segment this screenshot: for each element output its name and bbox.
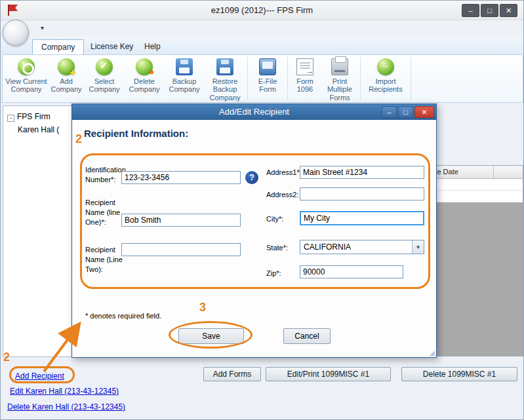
recipient-name-two-input[interactable] — [121, 243, 241, 256]
ribbon-separator — [287, 57, 288, 100]
edit-recipient-link[interactable]: Edit Karen Hall (213-43-12345) — [10, 387, 119, 396]
efile-icon — [259, 58, 276, 75]
edit-print-1099misc-button[interactable]: Edit/Print 1099MISC #1 — [266, 367, 391, 381]
restore-backup-company-button[interactable]: Restore Backup Company — [204, 56, 246, 102]
city-label: City*: — [266, 214, 283, 224]
app-window: ez1099 (2012)--- FPS Firm – □ ✕ ▾ Compan… — [0, 0, 524, 420]
ribbon-button-label: E-File Form — [249, 77, 286, 94]
ribbon-button-label: Delete Company — [124, 77, 165, 94]
tree-item-label: FPS Firm — [17, 112, 50, 121]
cancel-button[interactable]: Cancel — [283, 328, 331, 344]
add-company-button[interactable]: Add Company — [48, 56, 85, 102]
identification-number-label: Identification Number*: — [85, 165, 123, 185]
state-label: State*: — [266, 243, 288, 253]
ribbon-button-label: Restore Backup Company — [204, 77, 246, 102]
delete-1099misc-button[interactable]: Delete 1099MISC #1 — [401, 367, 517, 381]
minimize-button[interactable]: – — [462, 4, 479, 17]
ribbon-separator — [247, 57, 248, 100]
select-company-icon — [96, 58, 113, 75]
dialog-controls: – □ ✕ — [382, 106, 434, 118]
state-selected-value: CALIFORNIA — [304, 242, 351, 252]
delete-recipient-link[interactable]: Delete Karen Hall (213-43-12345) — [7, 402, 125, 411]
tab-company[interactable]: Company — [32, 39, 84, 54]
state-select[interactable]: CALIFORNIA ▾ — [300, 240, 424, 254]
grid-column-header — [494, 166, 523, 178]
qat-dropdown-icon[interactable]: ▾ — [41, 24, 44, 31]
delete-company-button[interactable]: Delete Company — [124, 56, 165, 102]
annotation-step-3: 3 — [199, 301, 206, 315]
print-multiple-forms-button[interactable]: Print Multiple Forms — [321, 56, 359, 102]
restore-disk-icon — [216, 58, 233, 75]
city-input[interactable] — [300, 211, 424, 225]
backup-disk-icon — [176, 58, 193, 75]
recipient-name-one-label: Recipient Name (line One)*: — [85, 198, 123, 227]
dialog-close-button[interactable]: ✕ — [414, 106, 434, 118]
ribbon-separator — [411, 57, 411, 100]
ribbon-button-label: Select Company — [85, 77, 124, 94]
ribbon-tabbar: Company License Key Help — [1, 37, 523, 54]
help-icon[interactable]: ? — [245, 171, 258, 184]
printer-icon — [331, 58, 348, 75]
ribbon-button-label: Import Recipients — [362, 77, 409, 94]
ribbon-separator — [360, 57, 361, 100]
forms-grid: le Date — [433, 165, 523, 356]
tree-item-label: Karen Hall ( — [18, 125, 59, 134]
dialog-title: Add/Edit Recipient — [219, 107, 289, 117]
efile-form-button[interactable]: E-File Form — [249, 56, 286, 102]
ribbon-button-label: Print Multiple Forms — [321, 77, 359, 102]
chevron-down-icon[interactable]: ▾ — [412, 240, 424, 254]
address2-label: Address2: — [266, 190, 299, 200]
ribbon-button-label: Add Company — [48, 77, 85, 94]
add-edit-recipient-dialog: Add/Edit Recipient – □ ✕ Recipient Infor… — [71, 104, 437, 358]
backup-company-button[interactable]: Backup Company — [165, 56, 204, 102]
grid-row — [433, 191, 523, 202]
view-current-company-button[interactable]: View Current Company — [5, 56, 48, 102]
dialog-maximize-button[interactable]: □ — [398, 106, 413, 118]
add-recipient-link[interactable]: Add Recipient — [15, 372, 64, 381]
view-company-icon — [18, 58, 35, 75]
tab-license-key[interactable]: License Key — [82, 39, 142, 54]
grid-row — [433, 179, 523, 191]
tree-expander-icon[interactable]: - — [7, 115, 14, 122]
app-menu-orb[interactable] — [3, 20, 29, 46]
resize-grip-icon[interactable]: ◢ — [430, 349, 435, 357]
close-button[interactable]: ✕ — [500, 4, 517, 17]
zip-input[interactable] — [300, 265, 403, 278]
ribbon: View Current Company Add Company Select … — [2, 54, 523, 103]
dialog-body: Recipient Information: Identification Nu… — [72, 120, 436, 357]
window-controls: – □ ✕ — [462, 4, 517, 17]
tree-item-fps-firm[interactable]: -FPS Firm — [7, 112, 50, 122]
import-recipients-icon — [377, 58, 394, 75]
recipient-name-two-label: Recipient Name (Line Two): — [85, 245, 123, 275]
dialog-minimize-button[interactable]: – — [382, 106, 397, 118]
add-company-icon — [58, 58, 75, 75]
ribbon-button-label: Backup Company — [165, 77, 204, 94]
add-forms-button[interactable]: Add Forms — [203, 367, 261, 381]
annotation-step-2-link: 2 — [3, 351, 10, 364]
form-1096-icon — [296, 58, 313, 75]
select-company-button[interactable]: Select Company — [85, 56, 124, 102]
delete-company-icon — [136, 58, 153, 75]
address1-input[interactable] — [300, 166, 424, 179]
identification-number-input[interactable] — [121, 171, 241, 184]
window-titlebar: ez1099 (2012)--- FPS Firm – □ ✕ — [1, 1, 523, 20]
zip-label: Zip*: — [266, 269, 281, 278]
tree-item-karen-hall[interactable]: Karen Hall ( — [18, 125, 59, 134]
annotation-step-2-dialog: 2 — [75, 132, 82, 146]
save-button[interactable]: Save — [178, 328, 244, 344]
required-field-note: * denotes required field. — [85, 312, 161, 320]
window-title: ez1099 (2012)--- FPS Firm — [1, 5, 523, 15]
ribbon-button-label: Form 1096 — [289, 77, 321, 94]
tab-help[interactable]: Help — [136, 39, 169, 54]
form-1096-button[interactable]: Form 1096 — [289, 56, 321, 102]
recipient-information-heading: Recipient Information: — [84, 128, 188, 139]
address2-input[interactable] — [300, 187, 424, 200]
ribbon-button-label: View Current Company — [5, 77, 48, 94]
recipient-name-one-input[interactable] — [121, 214, 241, 227]
grid-empty-area — [433, 202, 523, 356]
grid-column-header-file-date[interactable]: le Date — [433, 166, 494, 178]
grid-header-row: le Date — [433, 166, 523, 179]
address1-label: Address1* — [266, 168, 300, 178]
maximize-button[interactable]: □ — [481, 4, 498, 17]
import-recipients-button[interactable]: Import Recipients — [362, 56, 409, 102]
